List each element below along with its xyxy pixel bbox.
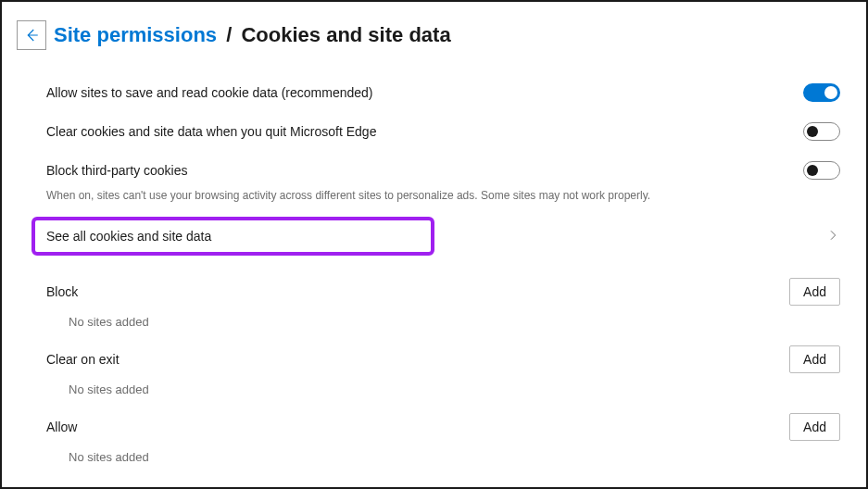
allow-section: Allow Add No sites added — [46, 413, 840, 464]
block-third-party-label: Block third-party cookies — [46, 163, 188, 178]
allow-cookies-row: Allow sites to save and read cookie data… — [46, 76, 840, 109]
allow-add-button[interactable]: Add — [789, 413, 840, 441]
block-add-button[interactable]: Add — [789, 278, 840, 306]
block-third-party-row: Block third-party cookies — [46, 154, 840, 187]
block-empty-text: No sites added — [46, 306, 840, 329]
breadcrumb-current: Cookies and site data — [241, 23, 450, 46]
block-third-party-toggle[interactable] — [803, 161, 840, 180]
arrow-left-icon — [23, 27, 40, 44]
breadcrumb-link[interactable]: Site permissions — [54, 23, 217, 46]
clear-on-quit-label: Clear cookies and site data when you qui… — [46, 124, 376, 139]
chevron-right-icon — [825, 228, 840, 243]
allow-cookies-toggle[interactable] — [803, 83, 840, 102]
allow-cookies-label: Allow sites to save and read cookie data… — [46, 85, 373, 100]
allow-empty-text: No sites added — [46, 441, 840, 464]
block-section-title: Block — [46, 284, 78, 299]
back-button[interactable] — [17, 20, 46, 50]
clear-on-quit-toggle[interactable] — [803, 122, 840, 141]
page-header: Site permissions / Cookies and site data — [17, 20, 840, 50]
block-third-party-description: When on, sites can't use your browsing a… — [46, 189, 840, 202]
allow-section-title: Allow — [46, 420, 77, 434]
breadcrumb-separator: / — [226, 23, 232, 46]
see-all-highlight: See all cookies and site data — [31, 217, 434, 256]
clear-on-exit-add-button[interactable]: Add — [789, 345, 840, 373]
clear-on-exit-section-title: Clear on exit — [46, 352, 120, 367]
block-section: Block Add No sites added — [46, 278, 840, 329]
clear-on-quit-row: Clear cookies and site data when you qui… — [46, 115, 840, 148]
see-all-cookies-row[interactable]: See all cookies and site data — [46, 209, 840, 261]
breadcrumb: Site permissions / Cookies and site data — [54, 23, 451, 47]
clear-on-exit-section: Clear on exit Add No sites added — [46, 345, 840, 396]
clear-on-exit-empty-text: No sites added — [46, 373, 840, 396]
settings-content: Allow sites to save and read cookie data… — [17, 76, 840, 464]
see-all-label: See all cookies and site data — [46, 229, 211, 244]
